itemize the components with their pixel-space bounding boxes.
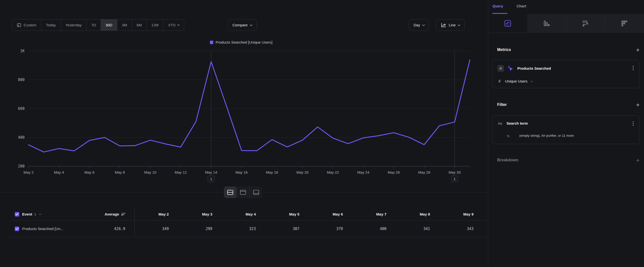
chevron-down-icon	[177, 24, 180, 26]
check-icon	[16, 228, 18, 230]
sort-descending-icon	[121, 212, 125, 216]
table-header-day[interactable]: May 7	[352, 212, 396, 216]
event-count: 1	[34, 212, 36, 216]
add-metric-button[interactable]: +	[635, 47, 641, 53]
compare-label: Compare	[232, 23, 248, 27]
range-custom[interactable]: Custom	[12, 20, 41, 31]
property-type-icon: Aa	[498, 121, 502, 125]
aggregation-symbol: #	[498, 79, 500, 84]
filter-property-name[interactable]: Search term	[506, 121, 528, 125]
range-12m[interactable]: 12M	[146, 20, 163, 31]
range-xtd[interactable]: XTD	[163, 20, 184, 31]
y-axis-label: 400	[18, 135, 24, 140]
table-row: Products Searched [Un... 426.9 349299323…	[10, 220, 488, 237]
metric-card[interactable]: A Products Searched # Unique Users	[492, 60, 639, 88]
table-cell-value: 400	[352, 227, 396, 231]
main-panel: CustomTodayYesterday7D30D3M6M12MXTD Comp…	[0, 0, 488, 267]
insights-report: CustomTodayYesterday7D30D3M6M12MXTD Comp…	[0, 0, 644, 267]
results-table: Event 1 Average May 2May 3May 4May 5May …	[10, 208, 488, 237]
y-axis-label: 600	[18, 106, 24, 111]
chevron-down-icon	[39, 212, 41, 215]
aggregation-row[interactable]: # Unique Users	[498, 79, 532, 84]
table-header-day[interactable]: May 6	[309, 212, 352, 216]
tab-chart[interactable]: Chart	[516, 4, 526, 8]
compare-button[interactable]: Compare	[228, 19, 257, 31]
table-header-day[interactable]: May 3	[178, 212, 222, 216]
table-header-day[interactable]: May 8	[396, 212, 439, 216]
table-header-day[interactable]: May 9	[439, 212, 483, 216]
series-checkbox[interactable]	[15, 227, 19, 231]
metric-event-name[interactable]: Products Searched	[517, 66, 551, 71]
tab-retention[interactable]	[605, 14, 644, 33]
average-header-cell[interactable]: Average	[76, 208, 134, 220]
table-header-day[interactable]: May 4	[222, 212, 265, 216]
x-axis-label: May 14	[205, 170, 217, 174]
range-today[interactable]: Today	[41, 20, 61, 31]
range-label: 7D	[91, 23, 96, 27]
date-range-group: CustomTodayYesterday7D30D3M6M12MXTD	[12, 19, 184, 31]
table-header-row: Event 1 Average May 2May 3May 4May 5May …	[10, 208, 488, 220]
chevron-down-icon	[530, 80, 533, 82]
metric-letter-badge: A	[498, 65, 504, 72]
query-sidebar: Query Chart	[488, 0, 644, 267]
event-icon	[507, 65, 514, 72]
split-view-button[interactable]	[224, 186, 237, 198]
chevron-down-icon	[422, 23, 425, 26]
x-axis-label: May 28	[418, 170, 430, 174]
insights-icon	[504, 20, 511, 27]
y-axis-label: 800	[18, 78, 24, 82]
metrics-heading: Metrics	[497, 48, 511, 52]
chart-type-label: Line	[449, 23, 456, 27]
select-all-checkbox[interactable]	[15, 212, 19, 216]
bottom-panel-view-button[interactable]	[250, 186, 262, 198]
line-chart[interactable]: 1K800600400200May 2May 4May 6May 8May 10…	[0, 35, 482, 186]
add-breakdown-button[interactable]: +	[635, 158, 641, 164]
metric-options-kebab[interactable]	[633, 65, 634, 71]
x-axis-label: May 24	[357, 170, 369, 174]
range-yesterday[interactable]: Yesterday	[61, 20, 86, 31]
range-label: 12M	[151, 23, 158, 27]
row-label-cell[interactable]: Products Searched [Un...	[10, 227, 76, 231]
chevron-down-icon	[458, 23, 460, 26]
annotation-badge-label: 1	[454, 177, 456, 181]
x-axis-label: May 26	[388, 170, 400, 174]
chart-type-dropdown[interactable]: Line	[436, 19, 465, 31]
layout-toggle-group	[224, 186, 262, 198]
series-label: Products Searched [Un...	[22, 227, 64, 231]
tab-flows[interactable]	[566, 14, 605, 33]
add-filter-button[interactable]: +	[635, 102, 641, 108]
tab-funnels[interactable]	[527, 14, 566, 33]
range-7d[interactable]: 7D	[86, 20, 101, 31]
range-3m[interactable]: 3M	[117, 20, 132, 31]
breakdown-heading: Breakdown	[497, 158, 518, 162]
filter-value[interactable]: (empty string), Air purifier, or 11 more	[519, 134, 574, 137]
x-axis-label: May 16	[236, 170, 248, 174]
toolbar: CustomTodayYesterday7D30D3M6M12MXTD Comp…	[0, 19, 488, 31]
filter-operator[interactable]: Is	[507, 134, 510, 138]
table-cell-value: 379	[309, 227, 352, 231]
retention-icon	[621, 20, 628, 27]
top-panel-view-button[interactable]	[237, 186, 250, 198]
table-header-day[interactable]: May 2	[134, 212, 178, 216]
average-value-cell: 426.9	[76, 220, 134, 237]
granularity-dropdown[interactable]: Day	[409, 19, 429, 31]
filter-card[interactable]: Aa Search term Is (empty string), Air pu…	[492, 116, 639, 144]
funnels-icon	[544, 20, 550, 27]
x-axis-label: May 8	[115, 170, 125, 174]
table-header-day[interactable]: May 5	[265, 212, 309, 216]
tab-query[interactable]: Query	[492, 4, 503, 8]
range-label: Custom	[24, 23, 36, 27]
range-30d[interactable]: 30D	[101, 20, 117, 31]
table-cell-value: 343	[439, 227, 483, 231]
bottom-panel-view-icon	[253, 190, 259, 195]
table-cell-value: 299	[178, 227, 222, 231]
range-label: 6M	[136, 23, 142, 27]
range-6m[interactable]: 6M	[132, 20, 146, 31]
filter-options-kebab[interactable]	[633, 121, 634, 127]
event-header-cell[interactable]: Event 1	[10, 212, 76, 216]
series-line[interactable]	[28, 60, 470, 152]
y-axis-label: 1K	[20, 49, 24, 53]
tab-insights[interactable]	[488, 14, 527, 33]
filter-heading: Filter	[497, 102, 507, 107]
y-axis-label: 200	[18, 164, 24, 168]
